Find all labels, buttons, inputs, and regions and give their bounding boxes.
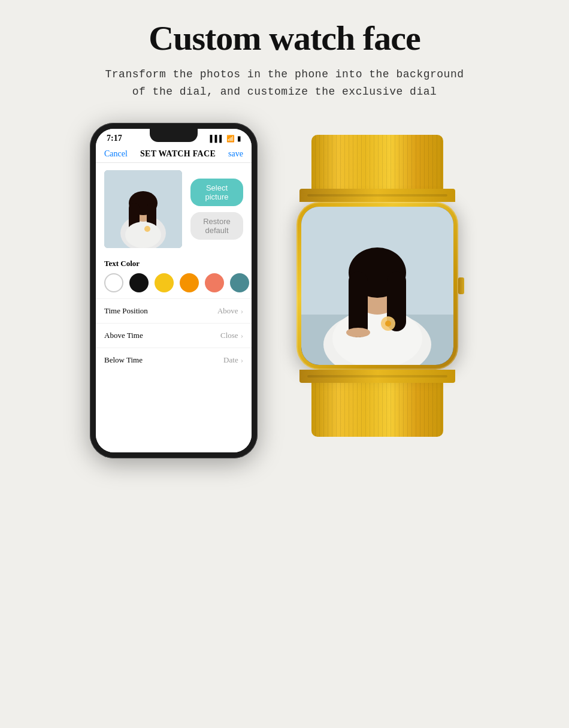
watch-screen (301, 207, 453, 365)
preview-image (104, 170, 182, 248)
chevron-icon-2: › (241, 331, 243, 340)
text-color-label: Text Color (104, 259, 243, 268)
phone-body: 7:17 ▌▌▌ 📶 ▮ Cancel SET WATCH FACE save (90, 123, 258, 458)
watch-band-top (311, 135, 443, 189)
color-dot-yellow[interactable] (155, 273, 174, 292)
phone-notch (150, 129, 198, 142)
restore-default-button[interactable]: Restore default (190, 212, 243, 240)
wifi-icon: 📶 (226, 135, 235, 143)
phone-mockup: 7:17 ▌▌▌ 📶 ▮ Cancel SET WATCH FACE save (90, 123, 258, 458)
svg-rect-14 (349, 271, 368, 337)
below-time-val-text: Date (223, 355, 238, 365)
photo-action-buttons: Select picture Restore default (190, 170, 243, 248)
watch-band-bottom (311, 383, 443, 437)
band-connector-top (299, 189, 455, 202)
text-color-section: Text Color (96, 253, 252, 296)
settings-row-time-position[interactable]: Time Position Above › (96, 298, 252, 323)
time-position-label: Time Position (104, 306, 148, 316)
photo-preview (104, 170, 182, 248)
color-dots-row (104, 273, 243, 292)
color-dot-black[interactable] (129, 273, 149, 292)
above-time-val-text: Close (220, 331, 238, 340)
color-dot-white[interactable] (104, 273, 123, 292)
page-subtitle: Transform the photos in the phone into t… (36, 66, 533, 101)
time-position-val-text: Above (217, 306, 238, 316)
below-time-label: Below Time (104, 355, 143, 365)
status-time: 7:17 (107, 134, 122, 143)
watch-full (276, 135, 479, 437)
above-time-value: Close › (220, 331, 243, 340)
phone-screen: 7:17 ▌▌▌ 📶 ▮ Cancel SET WATCH FACE save (96, 129, 252, 452)
phone-nav-bar: Cancel SET WATCH FACE save (96, 146, 252, 163)
photo-section: Select picture Restore default (96, 163, 252, 253)
band-connector-bottom (299, 370, 455, 383)
watch-mockup (276, 135, 479, 437)
page-header: Custom watch face Transform the photos i… (0, 0, 569, 111)
save-button[interactable]: save (228, 149, 243, 159)
above-time-label: Above Time (104, 331, 143, 340)
chevron-icon: › (241, 306, 243, 316)
nav-title: SET WATCH FACE (140, 149, 216, 159)
color-dot-teal[interactable] (230, 273, 249, 292)
settings-row-below-time[interactable]: Below Time Date › (96, 348, 252, 372)
svg-point-17 (385, 321, 391, 327)
select-picture-button[interactable]: Select picture (190, 179, 243, 206)
below-time-value: Date › (223, 355, 243, 365)
color-dot-salmon[interactable] (205, 273, 224, 292)
color-dot-orange[interactable] (180, 273, 199, 292)
main-content: 7:17 ▌▌▌ 📶 ▮ Cancel SET WATCH FACE save (0, 111, 569, 458)
svg-point-6 (125, 222, 161, 248)
page-title: Custom watch face (36, 19, 533, 58)
time-position-value: Above › (217, 306, 243, 316)
status-icons: ▌▌▌ 📶 ▮ (210, 135, 241, 143)
svg-point-18 (346, 328, 370, 337)
watch-body (296, 202, 458, 370)
signal-icon: ▌▌▌ (210, 135, 224, 142)
chevron-icon-3: › (241, 355, 243, 365)
cancel-button[interactable]: Cancel (104, 149, 128, 159)
settings-row-above-time[interactable]: Above Time Close › (96, 323, 252, 348)
watch-crown (458, 277, 464, 294)
status-bar: 7:17 ▌▌▌ 📶 ▮ (96, 129, 252, 146)
svg-point-7 (144, 226, 150, 232)
watch-face-image (301, 207, 453, 365)
settings-rows: Time Position Above › Above Time Close › (96, 296, 252, 452)
battery-icon: ▮ (237, 135, 241, 143)
